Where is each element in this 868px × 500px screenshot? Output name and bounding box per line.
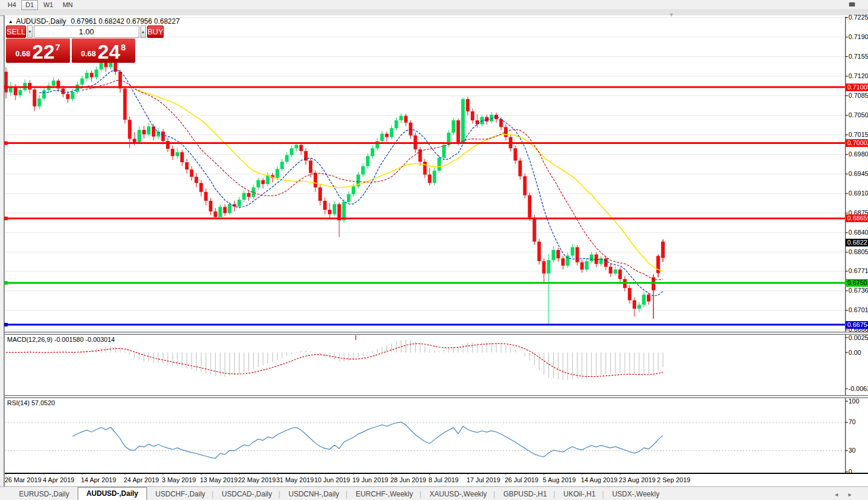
date-axis-label: 17 Jul 2019 xyxy=(467,476,500,483)
hline-price-tag: 0.68655 xyxy=(845,214,868,222)
date-axis-label: 26 Mar 2019 xyxy=(5,476,42,483)
volume-input[interactable] xyxy=(34,25,139,38)
collapse-arrow-icon[interactable]: ▲ xyxy=(8,19,13,24)
date-axis-label: 31 May 2019 xyxy=(276,476,314,483)
current-price-tag: 0.68227 xyxy=(845,239,868,246)
buy-button[interactable]: BUY xyxy=(147,25,164,38)
tab-usdchf-daily[interactable]: USDCHF-,Daily xyxy=(147,488,213,500)
window-left-border xyxy=(4,15,5,487)
date-axis-label: 24 Apr 2019 xyxy=(124,476,159,483)
hline-price-tag: 0.70002 xyxy=(845,139,868,147)
price-axis-label: 0.70850 xyxy=(848,92,868,100)
price-axis-label: 0.67710 xyxy=(848,267,868,275)
price-axis-label: 0.70150 xyxy=(848,131,868,139)
date-axis-label: 23 Aug 2019 xyxy=(619,476,656,483)
price-axis-label: 0.71550 xyxy=(848,53,868,60)
sell-price-button[interactable]: 0.68 22 7 xyxy=(6,39,70,63)
tab-usdcad-daily[interactable]: USDCAD-,Daily xyxy=(213,488,280,500)
tab-eurusd-daily[interactable]: EURUSD-,Daily xyxy=(11,488,78,500)
buy-price-big: 24 xyxy=(98,41,120,62)
hline-price-tag: 0.67501 xyxy=(845,279,868,287)
price-axis-label: 0.67010 xyxy=(848,306,868,314)
sell-button[interactable]: SELL xyxy=(6,25,26,38)
price-axis-label: 0.68050 xyxy=(848,248,868,256)
date-axis-label: 26 Jul 2019 xyxy=(505,476,538,483)
date-axis-label: 14 Apr 2019 xyxy=(81,476,116,483)
macd-axis-label: -0.006326 xyxy=(848,385,868,393)
date-axis-label: 19 Jun 2019 xyxy=(352,476,388,483)
tab-eurchf-weekly[interactable]: EURCHF-,Weekly xyxy=(347,488,421,500)
pane-separator[interactable] xyxy=(5,332,868,335)
price-axis-label: 0.71900 xyxy=(848,33,868,41)
timeframe-button-w1[interactable]: W1 xyxy=(39,0,58,10)
price-axis-label: 0.67360 xyxy=(848,287,868,294)
date-axis-label: 3 May 2019 xyxy=(162,476,196,483)
sell-price-big: 22 xyxy=(32,41,55,62)
macd-indicator-label: MACD(12,26,9) -0.001580 -0.003014 xyxy=(7,336,115,343)
tab-audusd-daily[interactable]: AUDUSD-,Daily xyxy=(78,487,147,500)
timeframe-button-mn[interactable]: MN xyxy=(59,0,77,10)
mt4-window: H4D1W1MN ▲AUDUSD-,Daily0.67961 0.68242 0… xyxy=(0,0,868,500)
one-click-trade-panel: SELL ▼ ▲ BUY 0.68 22 7 0.68 24 8 xyxy=(6,25,135,63)
pane-bottom-frame xyxy=(5,473,868,474)
chart-surface[interactable] xyxy=(5,15,868,475)
sell-price-prefix: 0.68 xyxy=(15,49,30,58)
rsi-axis-label: 70 xyxy=(848,418,856,426)
rsi-axis-label: 100 xyxy=(848,398,859,405)
tab-xauusd-weekly[interactable]: XAUUSD-,Weekly xyxy=(422,488,495,500)
price-axis-label: 0.69450 xyxy=(848,170,868,178)
pane-separator[interactable] xyxy=(5,395,868,398)
date-axis-label: 22 May 2019 xyxy=(238,476,276,483)
tab-scroll-arrows[interactable]: ◄► xyxy=(834,492,861,498)
chart-tab-bar: EURUSD-,DailyAUDUSD-,DailyUSDCHF-,DailyU… xyxy=(0,486,868,500)
rsi-indicator-label: RSI(14) 57.0520 xyxy=(7,399,55,406)
price-axis-label: 0.69800 xyxy=(848,150,868,158)
tab-ukoil-h1[interactable]: UKOil-,H1 xyxy=(555,488,604,500)
timeframe-button-h4[interactable]: H4 xyxy=(4,0,20,10)
price-axis-label: 0.69100 xyxy=(848,190,868,197)
window-menu-icon[interactable] xyxy=(849,2,855,7)
date-axis-label: 10 Jun 2019 xyxy=(314,476,350,483)
tab-usdcnh-daily[interactable]: USDCNH-,Daily xyxy=(280,488,347,500)
hline-price-tag: 0.71005 xyxy=(845,84,868,91)
chart-symbol-label: AUDUSD-,Daily xyxy=(16,17,66,25)
hline-price-tag: 0.66754 xyxy=(845,321,868,329)
date-axis-label: 5 Aug 2019 xyxy=(542,476,576,483)
buy-price-prefix: 0.68 xyxy=(81,49,96,58)
date-axis[interactable]: 26 Mar 20194 Apr 201914 Apr 201924 Apr 2… xyxy=(5,475,868,486)
date-axis-label: 4 Apr 2019 xyxy=(43,476,74,483)
scroll-anchor-icon[interactable]: ▼ xyxy=(669,12,674,18)
macd-axis-label: 0.00 xyxy=(848,349,861,357)
date-axis-label: 2 Sep 2019 xyxy=(657,476,690,483)
chart-title: ▲AUDUSD-,Daily0.67961 0.68242 0.67956 0.… xyxy=(8,17,180,25)
timeframe-button-d1[interactable]: D1 xyxy=(21,0,38,10)
date-axis-label: 14 Aug 2019 xyxy=(581,476,618,483)
macd-axis-label: 0.002574 xyxy=(848,334,868,342)
chart-ohlc-values: 0.67961 0.68242 0.67956 0.68227 xyxy=(71,17,180,25)
price-axis-label: 0.72250 xyxy=(848,14,868,21)
tab-usdx-weekly[interactable]: USDX-,Weekly xyxy=(604,488,668,500)
rsi-axis-label: 30 xyxy=(848,447,856,454)
timeframe-toolbar: H4D1W1MN xyxy=(0,0,868,10)
tab-gbpusd-h1[interactable]: GBPUSD-,H1 xyxy=(495,488,555,500)
price-axis-label: 0.71200 xyxy=(848,72,868,80)
price-axis-label: 0.68400 xyxy=(848,229,868,236)
price-axis-label: 0.70500 xyxy=(848,111,868,119)
date-axis-label: 28 Jun 2019 xyxy=(390,476,426,483)
date-axis-label: 13 May 2019 xyxy=(200,476,238,483)
volume-decrease-button[interactable]: ▼ xyxy=(27,25,33,38)
volume-increase-button[interactable]: ▲ xyxy=(141,25,146,38)
sell-price-pip: 7 xyxy=(55,42,60,52)
date-axis-label: 8 Jul 2019 xyxy=(429,476,459,483)
buy-price-pip: 8 xyxy=(121,42,126,52)
buy-price-button[interactable]: 0.68 24 8 xyxy=(72,39,136,63)
